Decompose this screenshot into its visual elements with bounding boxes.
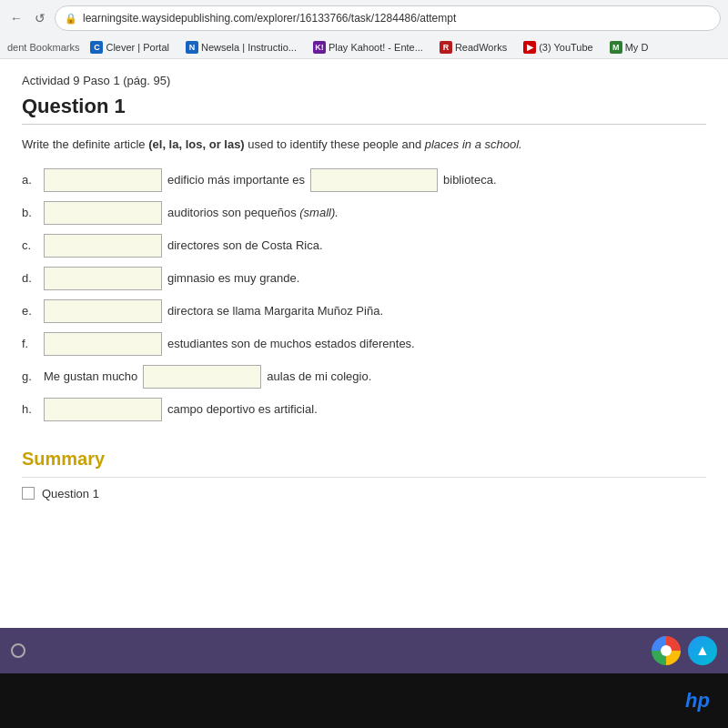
title-divider bbox=[22, 124, 706, 125]
table-row: c. directores son de Costa Rica. bbox=[22, 234, 706, 258]
page-content: Actividad 9 Paso 1 (pág. 95) Question 1 … bbox=[0, 59, 728, 628]
taskbar-right: ▲ bbox=[652, 636, 717, 665]
youtube-icon: ▶ bbox=[523, 41, 536, 54]
main-content-area: Actividad 9 Paso 1 (pág. 95) Question 1 … bbox=[0, 59, 728, 628]
instructions-text: Write the definite article (el, la, los,… bbox=[22, 136, 706, 154]
bookmark-readworks[interactable]: R ReadWorks bbox=[434, 39, 512, 56]
kahoot-icon: K! bbox=[313, 41, 326, 54]
reload-button[interactable]: ↺ bbox=[31, 9, 49, 27]
row-g-prefix: Me gustan mucho bbox=[44, 369, 137, 383]
summary-divider bbox=[22, 477, 706, 478]
address-bar-row: ← ↺ 🔒 learningsite.waysidepublishing.com… bbox=[0, 0, 728, 36]
row-f-text: estudiantes son de muchos estados difere… bbox=[167, 337, 415, 350]
url-text: learningsite.waysidepublishing.com/explo… bbox=[83, 12, 456, 25]
instructions-bold: (el, la, los, or las) bbox=[148, 137, 244, 151]
row-f-label: f. bbox=[22, 337, 38, 350]
row-a-input-1[interactable] bbox=[44, 168, 162, 192]
readworks-label: ReadWorks bbox=[455, 42, 507, 53]
bookmark-my[interactable]: M My D bbox=[604, 39, 654, 56]
store-taskbar-icon[interactable]: ▲ bbox=[688, 636, 717, 665]
row-g-label: g. bbox=[22, 369, 38, 383]
row-a-input-2[interactable] bbox=[310, 168, 438, 192]
newsela-label: Newsela | Instructio... bbox=[201, 42, 297, 53]
summary-section: Summary Question 1 bbox=[22, 440, 706, 500]
summary-item: Question 1 bbox=[22, 487, 706, 500]
bookmarks-label: dent Bookmarks bbox=[7, 42, 79, 53]
row-c-input[interactable] bbox=[44, 234, 162, 258]
readworks-icon: R bbox=[440, 41, 452, 54]
row-a-suffix: biblioteca. bbox=[443, 173, 497, 187]
table-row: b. auditorios son pequeños (small). bbox=[22, 201, 706, 225]
row-d-text: gimnasio es muy grande. bbox=[167, 271, 299, 285]
row-a-text: edificio más importante es bbox=[167, 173, 305, 187]
kahoot-label: Play Kahoot! - Ente... bbox=[329, 42, 423, 53]
row-h-text: campo deportivo es artificial. bbox=[167, 402, 318, 416]
my-label: My D bbox=[625, 42, 649, 53]
row-d-label: d. bbox=[22, 271, 38, 285]
summary-title: Summary bbox=[22, 449, 706, 470]
row-h-label: h. bbox=[22, 402, 38, 416]
clever-icon: C bbox=[90, 41, 103, 54]
my-icon: M bbox=[610, 41, 622, 54]
table-row: g. Me gustan mucho aulas de mi colegio. bbox=[22, 365, 706, 389]
row-h-input[interactable] bbox=[44, 398, 162, 421]
question-items: a. edificio más importante es biblioteca… bbox=[22, 168, 706, 421]
table-row: e. directora se llama Margarita Muñoz Pi… bbox=[22, 299, 706, 323]
row-b-input[interactable] bbox=[44, 201, 162, 225]
lock-icon: 🔒 bbox=[65, 13, 77, 25]
bookmark-youtube[interactable]: ▶ (3) YouTube bbox=[518, 39, 599, 56]
row-b-text: auditorios son pequeños (small). bbox=[167, 206, 339, 219]
question-title: Question 1 bbox=[22, 95, 706, 118]
newsela-icon: N bbox=[186, 41, 198, 54]
table-row: a. edificio más importante es biblioteca… bbox=[22, 168, 706, 192]
row-b-label: b. bbox=[22, 206, 38, 219]
instructions-italic: places in a school. bbox=[425, 137, 522, 151]
row-c-text: directores son de Costa Rica. bbox=[167, 238, 323, 252]
row-e-text: directora se llama Margarita Muñoz Piña. bbox=[167, 304, 383, 318]
row-g-input[interactable] bbox=[143, 365, 261, 389]
bookmark-clever[interactable]: C Clever | Portal bbox=[85, 39, 175, 56]
youtube-label: (3) YouTube bbox=[539, 42, 593, 53]
row-g-text: aulas de mi colegio. bbox=[267, 369, 371, 383]
bookmarks-bar: dent Bookmarks C Clever | Portal N Newse… bbox=[0, 36, 728, 59]
back-button[interactable]: ← bbox=[7, 9, 25, 27]
summary-checkbox[interactable] bbox=[22, 487, 35, 500]
table-row: f. estudiantes son de muchos estados dif… bbox=[22, 332, 706, 356]
browser-chrome: ← ↺ 🔒 learningsite.waysidepublishing.com… bbox=[0, 0, 728, 59]
taskbar: ▲ bbox=[0, 628, 728, 673]
address-bar[interactable]: 🔒 learningsite.waysidepublishing.com/exp… bbox=[55, 5, 721, 31]
row-f-input[interactable] bbox=[44, 332, 162, 356]
table-row: d. gimnasio es muy grande. bbox=[22, 267, 706, 290]
taskbar-circle-icon bbox=[11, 643, 25, 658]
clever-label: Clever | Portal bbox=[106, 42, 169, 53]
table-row: h. campo deportivo es artificial. bbox=[22, 398, 706, 421]
taskbar-left bbox=[11, 643, 25, 658]
bookmark-kahoot[interactable]: K! Play Kahoot! - Ente... bbox=[308, 39, 429, 56]
row-c-label: c. bbox=[22, 238, 38, 252]
activity-label: Actividad 9 Paso 1 (pág. 95) bbox=[22, 74, 706, 87]
bottom-bar: hp bbox=[0, 673, 728, 728]
row-e-input[interactable] bbox=[44, 299, 162, 323]
chrome-taskbar-icon[interactable] bbox=[652, 636, 681, 665]
hp-logo: hp bbox=[685, 689, 710, 713]
row-a-label: a. bbox=[22, 173, 38, 187]
summary-item-label: Question 1 bbox=[42, 487, 99, 500]
row-e-label: e. bbox=[22, 304, 38, 318]
bookmark-newsela[interactable]: N Newsela | Instructio... bbox=[180, 39, 302, 56]
row-d-input[interactable] bbox=[44, 267, 162, 290]
